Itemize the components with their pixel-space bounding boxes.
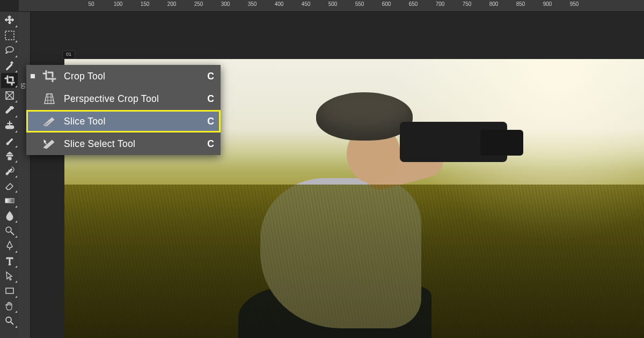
flyout-indicator-icon <box>15 266 17 268</box>
flyout-indicator-icon <box>15 311 17 313</box>
flyout-indicator-icon <box>15 296 17 298</box>
blur-tool[interactable] <box>1 208 18 223</box>
flyout-item-shortcut: C <box>202 138 214 150</box>
perspective-crop-icon <box>42 93 56 105</box>
active-tool-dot-icon <box>31 74 35 78</box>
flyout-item-label: Crop Tool <box>64 71 195 82</box>
flyout-item-crop-tool[interactable]: Crop ToolC <box>26 65 221 87</box>
ruler-tick: 50 <box>88 1 94 7</box>
flyout-indicator-icon <box>15 130 17 133</box>
vertical-ruler[interactable]: 50 <box>19 12 31 338</box>
marquee-tool[interactable] <box>1 28 18 43</box>
flyout-indicator-icon <box>15 55 17 57</box>
flyout-indicator-icon <box>15 100 17 102</box>
clone-stamp-tool[interactable] <box>1 148 18 163</box>
flyout-indicator-icon <box>15 145 17 148</box>
flyout-indicator-icon <box>15 221 17 223</box>
eraser-tool[interactable] <box>1 178 18 193</box>
gradient-tool[interactable] <box>1 193 18 208</box>
hand-tool[interactable] <box>1 298 18 313</box>
ruler-tick: 700 <box>436 1 445 7</box>
svg-rect-7 <box>6 288 13 293</box>
flyout-item-label: Slice Select Tool <box>64 138 195 150</box>
flyout-item-slice-tool[interactable]: Slice ToolC <box>26 110 221 133</box>
rectangle-shape-tool[interactable] <box>1 283 18 298</box>
ruler-tick: 850 <box>516 1 525 7</box>
healing-brush-tool[interactable] <box>1 118 18 133</box>
magic-wand-tool[interactable] <box>1 58 18 73</box>
svg-point-8 <box>6 317 11 322</box>
flyout-indicator-icon <box>15 236 17 238</box>
ruler-tick: 550 <box>355 1 364 7</box>
flyout-indicator-icon <box>15 281 17 283</box>
tools-panel <box>0 12 19 338</box>
flyout-indicator-icon <box>15 160 17 163</box>
flyout-indicator-icon <box>15 85 17 87</box>
ruler-tick: 900 <box>543 1 552 7</box>
flyout-indicator-icon <box>15 251 17 253</box>
flyout-indicator-icon <box>15 175 17 178</box>
frame-tool[interactable] <box>1 88 18 103</box>
lasso-tool[interactable] <box>1 43 18 58</box>
photo-subject <box>238 92 516 338</box>
ruler-tick: 150 <box>141 1 150 7</box>
eyedropper-tool[interactable] <box>1 103 18 118</box>
crop-icon <box>42 70 56 82</box>
brush-tool[interactable] <box>1 133 18 148</box>
flyout-indicator-icon <box>15 326 17 328</box>
crop-tool[interactable] <box>1 73 18 88</box>
flyout-item-label: Perspective Crop Tool <box>64 93 195 105</box>
ruler-tick: 200 <box>167 1 177 7</box>
flyout-item-perspective-crop-tool[interactable]: Perspective Crop ToolC <box>26 87 221 110</box>
zoom-tool[interactable] <box>1 313 18 328</box>
flyout-item-slice-select-tool[interactable]: Slice Select ToolC <box>26 133 221 155</box>
ruler-tick: 450 <box>302 1 311 7</box>
crop-tool-flyout: Crop ToolCPerspective Crop ToolCSlice To… <box>26 65 221 155</box>
move-tool[interactable] <box>1 13 18 28</box>
dodge-tool[interactable] <box>1 223 18 238</box>
ruler-tick: 650 <box>409 1 418 7</box>
ruler-tick: 600 <box>382 1 391 7</box>
type-tool[interactable] <box>1 253 18 268</box>
ruler-tick: 950 <box>570 1 579 7</box>
path-select-tool[interactable] <box>1 268 18 283</box>
svg-rect-5 <box>5 199 14 203</box>
slice-icon <box>42 115 56 127</box>
flyout-indicator-icon <box>15 190 17 193</box>
ruler-tick: 100 <box>114 1 123 7</box>
flyout-item-shortcut: C <box>202 116 214 127</box>
ruler-tick: 50 <box>20 83 26 89</box>
horizontal-ruler[interactable]: 5010015020025030035040045050055060065070… <box>19 0 644 12</box>
flyout-item-shortcut: C <box>202 93 214 105</box>
ruler-tick: 750 <box>463 1 472 7</box>
history-brush-tool[interactable] <box>1 163 18 178</box>
flyout-item-label: Slice Tool <box>64 116 195 127</box>
flyout-indicator-icon <box>15 115 17 117</box>
svg-rect-0 <box>5 31 14 40</box>
flyout-indicator-icon <box>15 40 17 42</box>
flyout-indicator-icon <box>15 70 17 72</box>
svg-point-6 <box>6 227 11 232</box>
flyout-indicator-icon <box>15 25 17 27</box>
flyout-indicator-icon <box>15 205 17 208</box>
ruler-tick: 400 <box>275 1 284 7</box>
flyout-item-shortcut: C <box>202 71 214 82</box>
ruler-tick: 800 <box>489 1 499 7</box>
ruler-tick: 300 <box>221 1 230 7</box>
ruler-tick: 500 <box>328 1 338 7</box>
ruler-tick: 350 <box>248 1 257 7</box>
slice-select-icon <box>42 138 56 150</box>
slice-indicator: 01 <box>62 50 75 59</box>
ruler-tick: 250 <box>194 1 203 7</box>
pen-tool[interactable] <box>1 238 18 253</box>
